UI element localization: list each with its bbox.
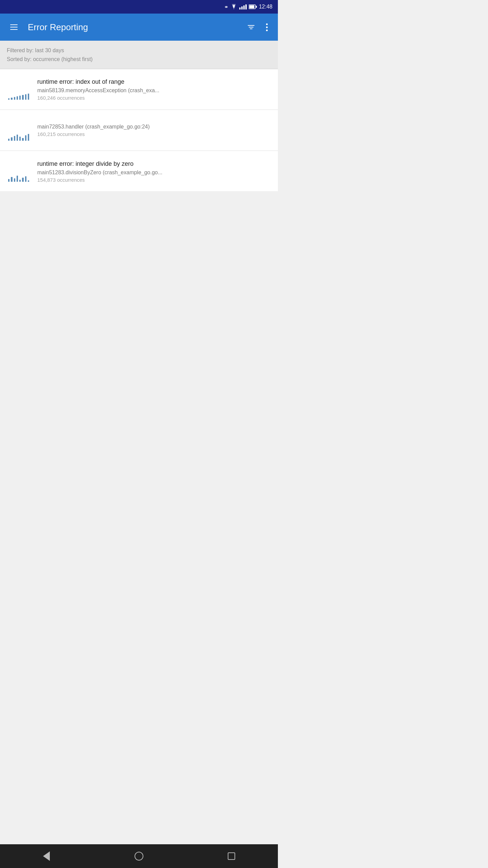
sort-by-text: Sorted by: occurrence (highest first): [7, 55, 271, 64]
signal-icon: [239, 4, 247, 9]
status-icons: ⚭ 12:48: [224, 4, 272, 10]
error-list-item[interactable]: runtime error: integer divide by zeromai…: [0, 151, 278, 192]
status-bar: ⚭ 12:48: [0, 0, 278, 14]
bluetooth-icon: ⚭: [224, 4, 228, 10]
error-bar-chart: [7, 159, 30, 183]
error-list-item[interactable]: runtime error: index out of rangemain581…: [0, 69, 278, 110]
app-bar-actions: [244, 19, 272, 36]
svg-rect-2: [256, 6, 257, 8]
page-title: Error Reporting: [28, 22, 238, 33]
svg-rect-1: [249, 5, 254, 8]
battery-icon: [249, 4, 257, 9]
filter-bar: Filtered by: last 30 days Sorted by: occ…: [0, 41, 278, 69]
error-list: runtime error: index out of rangemain581…: [0, 69, 278, 192]
app-bar: Error Reporting: [0, 14, 278, 41]
status-time: 12:48: [259, 4, 272, 10]
filter-icon: [246, 24, 256, 31]
error-occurrences: 160,246 occurrences: [37, 95, 271, 101]
error-occurrences: 160,215 occurrences: [37, 131, 271, 137]
filter-by-text: Filtered by: last 30 days: [7, 46, 271, 55]
error-title: runtime error: integer divide by zero: [37, 160, 271, 168]
error-list-item[interactable]: main72853.handler (crash_example_go.go:2…: [0, 110, 278, 151]
error-bar-chart: [7, 77, 30, 101]
error-title: runtime error: index out of range: [37, 78, 271, 86]
error-bar-chart: [7, 118, 30, 142]
error-occurrences: 154,873 occurrences: [37, 177, 271, 183]
more-options-icon: [264, 21, 270, 33]
more-options-button[interactable]: [261, 19, 272, 36]
error-detail: main58139.memoryAccessException (crash_e…: [37, 87, 271, 94]
error-content: runtime error: integer divide by zeromai…: [37, 160, 271, 183]
error-content: runtime error: index out of rangemain581…: [37, 78, 271, 101]
wifi-icon: [230, 4, 237, 9]
menu-button[interactable]: [5, 20, 22, 35]
error-detail: main51283.divisionByZero (crash_example_…: [37, 170, 271, 176]
filter-button[interactable]: [244, 19, 259, 36]
error-content: main72853.handler (crash_example_go.go:2…: [37, 124, 271, 137]
error-detail: main72853.handler (crash_example_go.go:2…: [37, 124, 271, 130]
hamburger-icon: [8, 22, 20, 32]
